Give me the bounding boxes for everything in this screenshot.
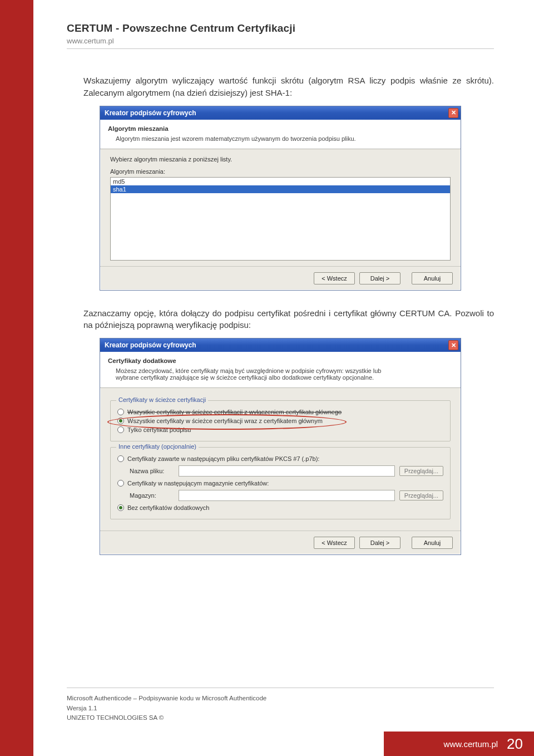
back-button[interactable]: < Wstecz	[314, 272, 355, 284]
window-title-text: Kreator podpisów cyfrowych	[105, 341, 196, 349]
footer-divider	[67, 688, 494, 688]
algorithm-listbox[interactable]: md5 sha1	[110, 177, 451, 261]
intro-paragraph-1: Wskazujemy algorytm wyliczający wartość …	[83, 75, 494, 99]
radio-icon	[117, 504, 124, 511]
footer-url: www.certum.pl	[444, 739, 498, 749]
wizard-button-row: < Wstecz Dalej > Anuluj	[100, 531, 461, 554]
wizard-header: Algorytm mieszania Algorytm mieszania je…	[100, 120, 461, 149]
close-icon[interactable]: ✕	[448, 108, 458, 118]
wizard-dialog-certificates: Kreator podpisów cyfrowych ✕ Certyfikaty…	[100, 338, 461, 555]
radio-label: Wszystkie certyfikaty w ścieżce certyfik…	[127, 409, 342, 415]
next-button[interactable]: Dalej >	[359, 272, 400, 284]
wizard-header-desc: Algorytm mieszania jest wzorem matematyc…	[116, 135, 405, 142]
radio-icon	[117, 455, 124, 462]
window-titlebar: Kreator podpisów cyfrowych ✕	[100, 338, 461, 352]
group-label: Certyfikaty w ścieżce certyfikacji	[116, 396, 208, 403]
browse-file-button[interactable]: Przeglądaj...	[399, 466, 443, 476]
cancel-button[interactable]: Anuluj	[412, 537, 453, 549]
window-titlebar: Kreator podpisów cyfrowych ✕	[100, 106, 461, 120]
wizard-header-title: Algorytm mieszania	[108, 125, 453, 132]
radio-label: Certyfikaty w następującym magazynie cer…	[127, 480, 269, 487]
wizard-header: Certyfikaty dodatkowe Możesz zdecydować,…	[100, 352, 461, 388]
radio-icon	[117, 418, 124, 424]
prompt-label: Wybierz algorytm mieszania z poniższej l…	[110, 156, 451, 163]
wizard-header-title: Certyfikaty dodatkowe	[108, 357, 453, 364]
cancel-button[interactable]: Anuluj	[412, 272, 453, 284]
intro-paragraph-2: Zaznaczamy opcję, która dołączy do podpi…	[83, 307, 494, 332]
radio-label: Tylko certyfikat podpisu	[127, 426, 191, 433]
group-other-certs: Inne certyfikaty (opcjonalnie) Certyfika…	[110, 447, 451, 519]
radio-row-none[interactable]: Bez certyfikatów dodatkowych	[117, 504, 443, 511]
radio-row-only-signer[interactable]: Tylko certyfikat podpisu	[117, 426, 443, 433]
algorithm-option-sha1[interactable]: sha1	[111, 185, 450, 193]
wizard-dialog-algorithm: Kreator podpisów cyfrowych ✕ Algorytm mi…	[100, 106, 461, 291]
list-label: Algorytm mieszania:	[110, 168, 451, 175]
radio-icon	[117, 426, 124, 433]
radio-label: Wszystkie certyfikaty w ścieżce certyfik…	[127, 418, 323, 424]
footer-copyright: UNIZETO TECHNOLOGIES SA ©	[67, 713, 494, 723]
radio-row-pkcs7[interactable]: Certyfikaty zawarte w następującym pliku…	[117, 455, 443, 462]
radio-icon	[117, 480, 124, 487]
store-input[interactable]	[179, 490, 395, 501]
wizard-body: Certyfikaty w ścieżce certyfikacji Wszys…	[100, 388, 461, 531]
group-path-certs: Certyfikaty w ścieżce certyfikacji Wszys…	[110, 400, 451, 441]
page-number-badge: www.certum.pl 20	[384, 732, 534, 756]
masthead: CERTUM - Powszechne Centrum Certyfikacji…	[67, 22, 494, 49]
page-content: CERTUM - Powszechne Centrum Certyfikacji…	[33, 0, 534, 572]
file-input[interactable]	[179, 465, 395, 477]
file-field-row: Nazwa pliku: Przeglądaj...	[130, 465, 443, 477]
left-red-bar	[0, 0, 33, 756]
wizard-button-row: < Wstecz Dalej > Anuluj	[100, 266, 461, 290]
masthead-url: www.certum.pl	[67, 37, 494, 45]
back-button[interactable]: < Wstecz	[314, 537, 355, 549]
group-label: Inne certyfikaty (opcjonalnie)	[116, 443, 199, 450]
store-field-row: Magazyn: Przeglądaj...	[130, 490, 443, 501]
radio-label: Certyfikaty zawarte w następującym pliku…	[127, 455, 319, 462]
radio-row-with-root[interactable]: Wszystkie certyfikaty w ścieżce certyfik…	[117, 418, 443, 424]
wizard-header-desc: Możesz zdecydować, które certyfikaty maj…	[116, 367, 405, 381]
radio-row-except-root[interactable]: Wszystkie certyfikaty w ścieżce certyfik…	[117, 409, 443, 415]
footer-doc-title: Microsoft Authenticode – Podpisywanie ko…	[67, 694, 494, 703]
next-button[interactable]: Dalej >	[359, 537, 400, 549]
store-label: Magazyn:	[130, 492, 174, 499]
window-title-text: Kreator podpisów cyfrowych	[105, 109, 196, 117]
masthead-title: CERTUM - Powszechne Centrum Certyfikacji	[67, 22, 494, 35]
masthead-divider	[67, 48, 494, 49]
page-number: 20	[507, 735, 523, 753]
page-footer: Microsoft Authenticode – Podpisywanie ko…	[67, 688, 494, 723]
radio-label: Bez certyfikatów dodatkowych	[127, 504, 209, 511]
radio-icon	[117, 409, 124, 415]
close-icon[interactable]: ✕	[448, 340, 458, 350]
radio-row-store[interactable]: Certyfikaty w następującym magazynie cer…	[117, 480, 443, 487]
wizard-body: Wybierz algorytm mieszania z poniższej l…	[100, 149, 461, 266]
algorithm-option-md5[interactable]: md5	[111, 178, 450, 185]
footer-version: Wersja 1.1	[67, 704, 494, 713]
file-label: Nazwa pliku:	[130, 468, 174, 474]
browse-store-button[interactable]: Przeglądaj...	[399, 490, 443, 500]
